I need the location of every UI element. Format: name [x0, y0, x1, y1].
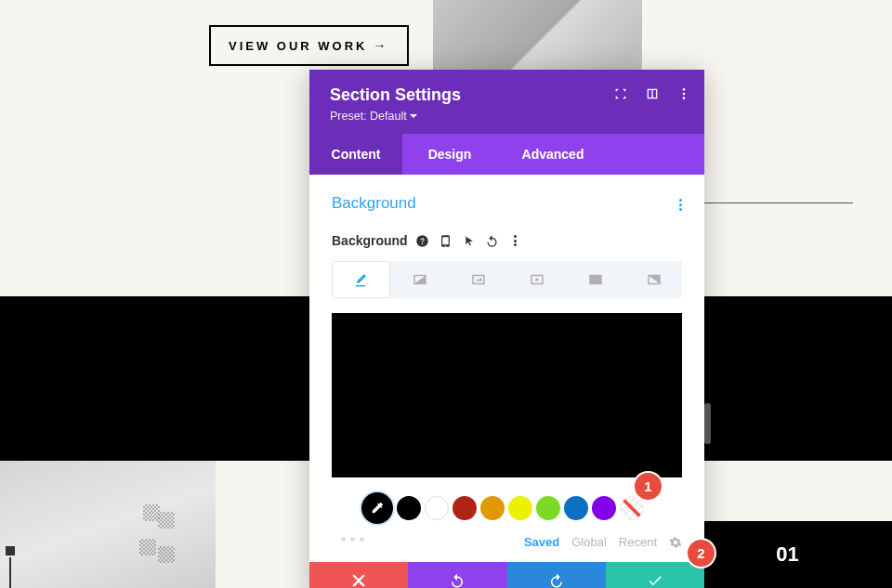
tripod-deco [9, 557, 11, 588]
palette-tab-recent[interactable]: Recent [619, 535, 657, 549]
preset-label: Preset: Default [330, 110, 407, 123]
deco-dot [158, 546, 175, 563]
save-button[interactable] [606, 562, 704, 588]
bg-type-gradient[interactable] [392, 261, 449, 298]
palette-tab-global[interactable]: Global [571, 535, 607, 549]
preset-dropdown[interactable]: Preset: Default [330, 110, 684, 123]
callout-2-label: 2 [697, 545, 704, 561]
dock-icon[interactable] [645, 86, 660, 101]
undo-icon [449, 572, 466, 588]
hover-icon[interactable] [462, 233, 477, 248]
tab-design[interactable]: Design [402, 134, 497, 175]
section-options-icon[interactable] [679, 199, 682, 211]
view-our-work-label: VIEW OUR WORK [229, 39, 368, 53]
swatch-purple[interactable] [592, 496, 616, 520]
check-icon [647, 572, 663, 588]
help-icon[interactable] [415, 233, 430, 248]
color-preview-area[interactable] [332, 313, 682, 477]
callout-1-label: 1 [644, 478, 651, 494]
redo-button[interactable] [507, 562, 606, 588]
header-actions [613, 86, 691, 101]
modal-body: Background Background [309, 175, 704, 562]
bg-type-pattern[interactable] [567, 261, 623, 298]
svg-point-2 [683, 97, 686, 99]
field-options-icon[interactable] [508, 233, 523, 248]
more-menu-icon[interactable] [676, 86, 691, 101]
swatch-transparent[interactable] [620, 496, 644, 520]
swatch-green[interactable] [536, 496, 560, 520]
reset-icon[interactable] [485, 233, 500, 248]
svg-point-0 [683, 88, 686, 91]
modal-tabs: Content Design Advanced [309, 134, 704, 175]
swatch-yellow[interactable] [508, 496, 532, 520]
modal-footer [309, 562, 704, 588]
arrow-right-icon: → [374, 38, 389, 53]
redo-icon [548, 572, 565, 588]
deco-dot [139, 539, 156, 555]
section-settings-modal: Section Settings Preset: Default Content… [309, 70, 704, 588]
view-our-work-button[interactable]: VIEW OUR WORK → [209, 25, 409, 66]
palette-settings-icon[interactable] [669, 536, 682, 549]
photo-bottom [0, 461, 216, 588]
background-type-tabs [332, 261, 682, 298]
number-label: 01 [776, 542, 798, 567]
deco-dot [158, 512, 175, 529]
swatch-white[interactable] [425, 496, 449, 520]
tab-content[interactable]: Content [309, 134, 402, 175]
eyedropper-swatch[interactable] [361, 492, 393, 524]
callout-1: 1 [635, 473, 662, 500]
close-icon [350, 572, 367, 588]
section-heading: Background [332, 194, 682, 213]
palette-tab-saved[interactable]: Saved [524, 535, 559, 549]
bg-type-image[interactable] [451, 261, 507, 298]
scrollbar[interactable] [704, 403, 711, 444]
mobile-icon[interactable] [439, 233, 453, 248]
background-field-row: Background [332, 233, 682, 248]
color-swatches [361, 492, 682, 524]
svg-point-1 [683, 93, 686, 96]
swatch-darkred[interactable] [453, 496, 477, 520]
bg-type-video[interactable] [508, 261, 565, 298]
eyedropper-icon [370, 501, 385, 516]
bg-type-mask[interactable] [625, 261, 682, 298]
cancel-button[interactable] [309, 562, 408, 588]
swatch-orange[interactable] [480, 496, 505, 520]
swatch-blue[interactable] [564, 496, 588, 520]
modal-header: Section Settings Preset: Default [309, 70, 704, 134]
callout-2: 2 [688, 540, 715, 567]
expand-icon[interactable] [613, 86, 628, 101]
chevron-down-icon [410, 114, 417, 118]
palette-tabs: Saved Global Recent [524, 535, 682, 549]
background-field-label: Background [332, 233, 408, 248]
tab-advanced[interactable]: Advanced [497, 134, 609, 175]
bg-type-color[interactable] [332, 261, 390, 298]
undo-button[interactable] [408, 562, 506, 588]
swatch-black[interactable] [397, 496, 421, 520]
